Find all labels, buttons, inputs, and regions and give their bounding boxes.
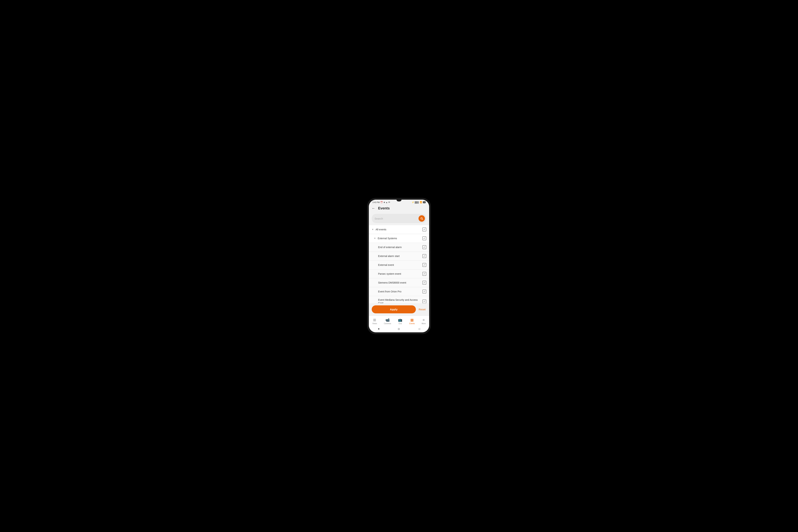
list-item-parsec-system-event[interactable]: Parsec system event — [369, 269, 429, 278]
search-button[interactable] — [418, 215, 425, 222]
signal-icon: ▲ — [386, 201, 388, 203]
item-label-mediana-event: Event Mediana Security and Access Cont..… — [378, 298, 421, 303]
checkbox-siemens-event[interactable] — [422, 281, 426, 285]
phone-frame: 3:43 PM ⏰ ◈ ▲ ✉ ⚡ ▌▌▌ 📶 56 ← Events Sear… — [367, 198, 431, 334]
bluetooth-icon: ⚡ — [412, 201, 414, 203]
nav-icon-eva: 📺 — [398, 318, 402, 322]
list-item-external-event[interactable]: External event — [369, 261, 429, 269]
checkbox-external-alarm-start[interactable] — [422, 254, 426, 258]
checkbox-mediana-event[interactable] — [422, 300, 426, 303]
nav-icon-more: ≡ — [423, 318, 425, 322]
nav-icon-cameras: 📹 — [385, 318, 390, 322]
item-label-parsec-system-event: Parsec system event — [378, 272, 421, 276]
nav-label-more: More — [422, 323, 426, 324]
notch — [397, 200, 401, 202]
nav-label-cameras: Cameras — [384, 323, 391, 324]
item-label-external-event: External event — [378, 263, 421, 267]
list-item-mediana-event[interactable]: Event Mediana Security and Access Cont..… — [369, 296, 429, 303]
checkbox-all-events[interactable] — [422, 228, 426, 231]
checkbox-external-event[interactable] — [422, 263, 426, 267]
checkbox-parsec-system-event[interactable] — [422, 272, 426, 276]
reset-button[interactable]: Reset — [418, 306, 426, 312]
nav-label-events: Events — [409, 323, 415, 324]
search-input[interactable]: Search — [375, 217, 417, 220]
alarm-icon: ⏰ — [380, 201, 383, 203]
chevron-icon-external-systems: ▼ — [374, 237, 376, 240]
apply-button[interactable]: Apply — [372, 305, 416, 314]
list-item-all-events[interactable]: ▼All events — [369, 225, 429, 234]
list-item-external-systems[interactable]: ▼External Systems — [369, 234, 429, 243]
app-bar: ← Events — [369, 204, 429, 212]
item-label-all-events: All events — [376, 228, 421, 231]
nav-label-eva: Eva — [399, 323, 402, 324]
location-icon: ◈ — [384, 201, 385, 203]
gesture-bar: ■ ◎ ◁ — [369, 326, 429, 332]
nav-label-views: Views — [372, 323, 377, 324]
list-item-end-external-alarm[interactable]: End of external alarm — [369, 243, 429, 251]
list-item-siemens-event[interactable]: Siemens DMS8000 event — [369, 279, 429, 287]
nav-item-more[interactable]: ≡More — [420, 317, 428, 325]
search-bar: Search — [372, 214, 426, 223]
nav-icon-views: ⊞ — [373, 318, 376, 322]
battery-indicator: 56 — [423, 201, 425, 203]
phone-screen: 3:43 PM ⏰ ◈ ▲ ✉ ⚡ ▌▌▌ 📶 56 ← Events Sear… — [369, 200, 429, 332]
nav-item-eva[interactable]: 📺Eva — [396, 317, 404, 325]
circle-gesture-icon[interactable]: ◎ — [398, 327, 400, 330]
item-label-siemens-event: Siemens DMS8000 event — [378, 281, 421, 284]
bottom-nav: ⊞Views📹Cameras📺Eva▦Events≡More — [369, 316, 429, 326]
status-bar: 3:43 PM ⏰ ◈ ▲ ✉ ⚡ ▌▌▌ 📶 56 — [369, 200, 429, 204]
item-label-end-external-alarm: End of external alarm — [378, 246, 421, 249]
list-item-orion-pro-event[interactable]: Event from Orion Pro — [369, 287, 429, 296]
status-left: 3:43 PM ⏰ ◈ ▲ ✉ — [373, 201, 390, 203]
checkbox-external-systems[interactable] — [422, 236, 426, 240]
clock-text: 3:43 PM — [373, 201, 380, 203]
nav-item-events[interactable]: ▦Events — [407, 317, 417, 325]
cellular-icon: ▌▌▌ — [415, 201, 419, 203]
status-right: ⚡ ▌▌▌ 📶 56 — [412, 201, 425, 203]
message-icon: ✉ — [388, 201, 390, 203]
event-list: ▼All events▼External SystemsEnd of exter… — [369, 225, 429, 303]
item-label-external-systems: External Systems — [378, 237, 421, 240]
square-gesture-icon[interactable]: ■ — [378, 327, 379, 330]
search-container: Search — [369, 212, 429, 225]
item-label-external-alarm-start: External alarm start — [378, 254, 421, 258]
checkbox-end-external-alarm[interactable] — [422, 245, 426, 249]
item-label-orion-pro-event: Event from Orion Pro — [378, 290, 421, 293]
list-item-external-alarm-start[interactable]: External alarm start — [369, 252, 429, 260]
checkbox-orion-pro-event[interactable] — [422, 290, 426, 293]
nav-item-cameras[interactable]: 📹Cameras — [382, 317, 393, 325]
wifi-icon: 📶 — [420, 201, 422, 203]
nav-icon-events: ▦ — [410, 318, 414, 322]
action-bar: Apply Reset — [369, 303, 429, 316]
chevron-icon-all-events: ▼ — [372, 228, 374, 231]
back-button[interactable]: ← — [372, 206, 375, 210]
nav-item-views[interactable]: ⊞Views — [370, 317, 379, 325]
page-title: Events — [378, 206, 390, 210]
search-icon — [420, 217, 423, 220]
triangle-gesture-icon[interactable]: ◁ — [418, 327, 420, 330]
